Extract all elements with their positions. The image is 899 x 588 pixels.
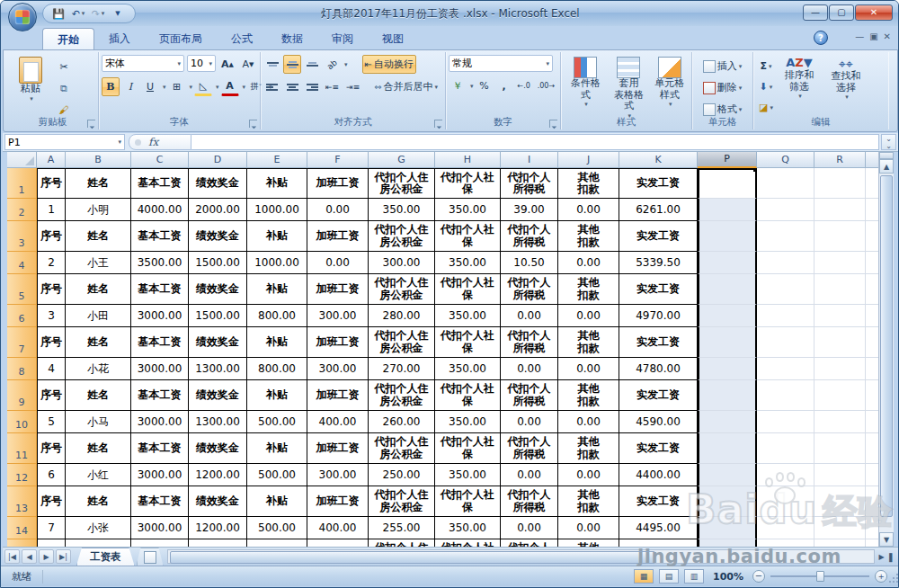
cut-icon[interactable]: ✂	[55, 58, 73, 76]
cell-R11[interactable]	[814, 433, 866, 464]
normal-view-icon[interactable]: ▦	[634, 569, 654, 584]
cell-I2[interactable]: 39.00	[501, 199, 558, 221]
cell-A3[interactable]: 序号	[37, 221, 66, 252]
cell-D3[interactable]: 绩效奖金	[189, 221, 247, 252]
horizontal-scrollbar[interactable]	[167, 549, 876, 564]
cell-P8[interactable]	[698, 358, 757, 380]
cell-R9[interactable]	[814, 380, 866, 411]
help-icon[interactable]: ?	[814, 31, 828, 45]
cell-E13[interactable]: 补贴	[247, 486, 307, 517]
cell-A7[interactable]: 序号	[37, 327, 66, 358]
expand-formula-bar-icon[interactable]: ⌄⌄	[881, 134, 896, 150]
cell-C2[interactable]: 4000.00	[131, 199, 189, 221]
cell-F2[interactable]: 0.00	[307, 199, 369, 221]
workbook-restore-button[interactable]: ▣	[869, 31, 877, 41]
cell-G3[interactable]: 代扣个人住 房公积金	[369, 221, 435, 252]
insert-function-button[interactable]: fx	[129, 134, 191, 150]
cell-R7[interactable]	[814, 327, 866, 358]
cell-C15[interactable]: 基本工资	[131, 539, 189, 547]
cell-A11[interactable]: 序号	[37, 433, 66, 464]
align-middle-icon[interactable]	[283, 55, 301, 74]
cell-I6[interactable]: 0.00	[501, 305, 558, 327]
close-button[interactable]: ✕	[855, 4, 893, 21]
cell-B4[interactable]: 小王	[66, 252, 131, 274]
page-break-view-icon[interactable]: ▥	[684, 569, 704, 584]
cell-H2[interactable]: 350.00	[435, 199, 501, 221]
page-layout-view-icon[interactable]: ▤	[659, 569, 679, 584]
cell-J6[interactable]: 0.00	[558, 305, 619, 327]
cell-C4[interactable]: 3500.00	[131, 252, 189, 274]
cell-B13[interactable]: 姓名	[66, 486, 131, 517]
select-all-corner[interactable]	[7, 152, 37, 168]
cell-D1[interactable]: 绩效奖金	[189, 168, 247, 199]
row-header-2[interactable]: 2	[7, 199, 37, 221]
bold-button[interactable]: B	[102, 77, 120, 96]
cell-R1[interactable]	[814, 168, 866, 199]
cell-R6[interactable]	[814, 305, 866, 327]
resize-grip[interactable]	[887, 574, 898, 584]
cell-P6[interactable]	[698, 305, 757, 327]
zoom-slider-thumb[interactable]	[816, 571, 824, 582]
cell-R12[interactable]	[814, 464, 866, 486]
row-header-6[interactable]: 6	[7, 305, 37, 327]
cell-E5[interactable]: 补贴	[247, 274, 307, 305]
cell-D7[interactable]: 绩效奖金	[189, 327, 247, 358]
cell-A9[interactable]: 序号	[37, 380, 66, 411]
ribbon-tab-1[interactable]: 插入	[94, 28, 145, 49]
cell-P7[interactable]	[698, 327, 757, 358]
cell-G10[interactable]: 260.00	[369, 411, 435, 433]
column-header-R[interactable]: R	[814, 152, 866, 168]
paste-button[interactable]: 粘贴▾	[10, 55, 51, 120]
cell-K8[interactable]: 4780.00	[619, 358, 698, 380]
cell-H3[interactable]: 代扣个人社 保	[435, 221, 501, 252]
decrease-indent-icon[interactable]: ⇤≡	[323, 77, 342, 96]
cell-E2[interactable]: 1000.00	[247, 199, 307, 221]
number-dialog-launcher[interactable]	[549, 120, 557, 128]
row-header-12[interactable]: 12	[7, 464, 37, 486]
cell-A1[interactable]: 序号	[37, 168, 66, 199]
cell-C9[interactable]: 基本工资	[131, 380, 189, 411]
cell-Q5[interactable]	[757, 274, 814, 305]
cell-I4[interactable]: 10.50	[501, 252, 558, 274]
cell-Q14[interactable]	[757, 517, 814, 539]
cell-P1[interactable]	[698, 168, 757, 199]
column-header-Q[interactable]: Q	[757, 152, 814, 168]
cell-R5[interactable]	[814, 274, 866, 305]
cell-I14[interactable]: 0.00	[501, 517, 558, 539]
cell-D14[interactable]: 1200.00	[189, 517, 247, 539]
next-sheet-icon[interactable]: ▶	[39, 549, 54, 564]
cell-Q4[interactable]	[757, 252, 814, 274]
cell-E7[interactable]: 补贴	[247, 327, 307, 358]
sheet-tab-worksheet[interactable]: 工资表	[76, 548, 135, 566]
cell-E14[interactable]: 500.00	[247, 517, 307, 539]
cell-R4[interactable]	[814, 252, 866, 274]
cell-C7[interactable]: 基本工资	[131, 327, 189, 358]
row-header-8[interactable]: 8	[7, 358, 37, 380]
cell-B11[interactable]: 姓名	[66, 433, 131, 464]
cell-G6[interactable]: 280.00	[369, 305, 435, 327]
cell-A13[interactable]: 序号	[37, 486, 66, 517]
cell-F13[interactable]: 加班工资	[307, 486, 369, 517]
underline-button[interactable]: U	[141, 77, 159, 96]
cell-C6[interactable]: 3000.00	[131, 305, 189, 327]
row-header-7[interactable]: 7	[7, 327, 37, 358]
cell-I11[interactable]: 代扣个人 所得税	[501, 433, 558, 464]
cell-P5[interactable]	[698, 274, 757, 305]
cell-P2[interactable]	[698, 199, 757, 221]
increase-decimal-icon[interactable]: ←.0	[515, 76, 533, 95]
cell-J4[interactable]: 0.00	[558, 252, 619, 274]
cell-I12[interactable]: 0.00	[501, 464, 558, 486]
cell-K4[interactable]: 5339.50	[619, 252, 698, 274]
cell-D6[interactable]: 1500.00	[189, 305, 247, 327]
sort-filter-button[interactable]: AZ▼ 排序和 筛选▾	[776, 55, 823, 117]
cell-G12[interactable]: 250.00	[369, 464, 435, 486]
cell-C14[interactable]: 3000.00	[131, 517, 189, 539]
cell-I7[interactable]: 代扣个人 所得税	[501, 327, 558, 358]
cell-Q15[interactable]	[757, 539, 814, 547]
cell-K14[interactable]: 4495.00	[619, 517, 698, 539]
name-box[interactable]: P1▾	[4, 134, 125, 150]
cell-G8[interactable]: 270.00	[369, 358, 435, 380]
cell-F15[interactable]: 加班工资	[307, 539, 369, 547]
cell-G4[interactable]: 300.00	[369, 252, 435, 274]
cell-H13[interactable]: 代扣个人社 保	[435, 486, 501, 517]
